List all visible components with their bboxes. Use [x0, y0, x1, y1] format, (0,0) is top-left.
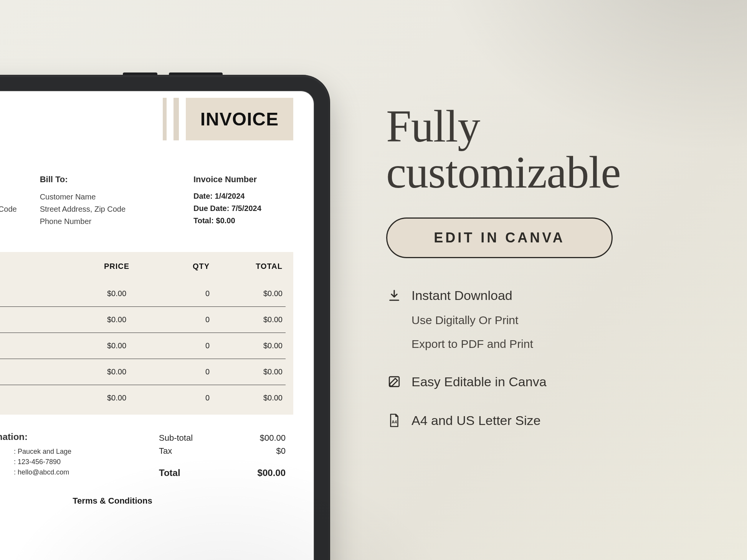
brand: EM IPSUM: [0, 98, 1, 135]
payment-key: Name: [0, 448, 7, 456]
billto-heading: Bill To:: [40, 173, 126, 186]
tablet-button: [169, 72, 223, 75]
billto-line: Phone Number: [40, 215, 126, 227]
invoice-number-heading: Invoice Number: [193, 173, 293, 186]
payment-heading: ment Information:: [0, 432, 147, 442]
payment-info: ment Information: Name : Paucek and Lage…: [0, 432, 147, 480]
edit-icon: [386, 375, 402, 388]
tablet-device: EM IPSUM INVOICE rom: pany Name t Addres…: [0, 75, 330, 560]
cell-product: uct Name: [0, 359, 82, 385]
cell-qty: 0: [151, 307, 213, 333]
cell-total: $0.00: [213, 281, 286, 307]
cell-price: $0.00: [82, 281, 151, 307]
subtotal-line: Sub-total $00.00: [159, 432, 286, 445]
from-line: pany Name: [0, 191, 17, 203]
headline: Fully customizable: [386, 104, 701, 196]
table-row: uct Name$0.000$0.00: [0, 385, 286, 411]
grand-total-value: $00.00: [258, 468, 286, 478]
cell-total: $0.00: [213, 359, 286, 385]
table-row: uct Name$0.000$0.00: [0, 333, 286, 359]
table-row: uct Name$0.000$0.00: [0, 281, 286, 307]
payment-key: unt Number: [0, 458, 7, 466]
table-row: uct Name$0.000$0.00: [0, 359, 286, 385]
col-product: UCT: [0, 262, 82, 281]
payment-key: [0, 468, 7, 476]
payment-row: : hello@abcd.com: [0, 468, 147, 476]
grand-total-label: Total: [159, 468, 180, 478]
svg-rect-0: [389, 377, 399, 387]
title-box: INVOICE: [186, 98, 293, 140]
tax-value: $0: [276, 446, 286, 456]
feature-list: Instant Download Use Digitally Or Print …: [386, 288, 701, 428]
feature-label: Easy Editable in Canva: [412, 374, 547, 389]
col-price: PRICE: [82, 262, 151, 281]
invoice-due-date: Due Date: 7/5/2024: [193, 202, 293, 214]
from-line: e Number: [0, 215, 17, 227]
from-line: t Address, Zip Code: [0, 203, 17, 215]
feature-label: Export to PDF and Print: [412, 338, 533, 351]
cell-price: $0.00: [82, 333, 151, 359]
cell-total: $0.00: [213, 333, 286, 359]
document-title: INVOICE: [200, 109, 279, 130]
table-row: uct Name$0.000$0.00: [0, 307, 286, 333]
payment-value: : Paucek and Lage: [14, 448, 71, 456]
grand-total-line: Total $00.00: [159, 466, 286, 480]
billto-line: Street Address, Zip Code: [40, 203, 126, 215]
payment-value: : hello@abcd.com: [14, 468, 69, 476]
tax-line: Tax $0: [159, 445, 286, 458]
tax-label: Tax: [159, 446, 172, 456]
cell-price: $0.00: [82, 307, 151, 333]
invoice-date: Date: 1/4/2024: [193, 190, 293, 202]
from-heading: rom:: [0, 173, 17, 186]
cell-product: uct Name: [0, 333, 82, 359]
cell-product: uct Name: [0, 307, 82, 333]
svg-text:A4: A4: [392, 420, 397, 424]
totals-block: Sub-total $00.00 Tax $0 Total $00.00: [159, 432, 286, 480]
invoice-document: EM IPSUM INVOICE rom: pany Name t Addres…: [0, 91, 314, 560]
cell-qty: 0: [151, 385, 213, 411]
tablet-screen: EM IPSUM INVOICE rom: pany Name t Addres…: [0, 91, 314, 560]
cell-qty: 0: [151, 359, 213, 385]
accent-stripe: [163, 98, 167, 140]
subtotal-value: $00.00: [260, 433, 286, 443]
cell-product: uct Name: [0, 385, 82, 411]
headline-line-1: Fully: [386, 101, 480, 152]
col-qty: QTY: [151, 262, 213, 281]
billto-block: Bill To: Customer Name Street Address, Z…: [40, 173, 126, 227]
feature-paper-size: A4 A4 and US Letter Size: [386, 413, 701, 428]
terms-heading: Terms & Conditions: [0, 496, 293, 506]
feature-label: A4 and US Letter Size: [412, 413, 540, 428]
cell-qty: 0: [151, 333, 213, 359]
title-wrap: INVOICE: [163, 98, 293, 140]
cell-qty: 0: [151, 281, 213, 307]
billto-line: Customer Name: [40, 191, 126, 203]
edit-in-canva-button[interactable]: EDIT IN CANVA: [386, 217, 613, 258]
invoice-meta-block: Invoice Number Date: 1/4/2024 Due Date: …: [193, 173, 293, 227]
cell-price: $0.00: [82, 385, 151, 411]
tablet-button: [123, 72, 157, 75]
payment-row: Name : Paucek and Lage: [0, 448, 147, 456]
feature-label: Instant Download: [412, 288, 512, 303]
cell-total: $0.00: [213, 307, 286, 333]
cta-label: EDIT IN CANVA: [434, 230, 565, 246]
col-total: TOTAL: [213, 262, 286, 281]
accent-stripe: [174, 98, 179, 140]
feature-label: Use Digitally Or Print: [412, 314, 518, 327]
cell-price: $0.00: [82, 359, 151, 385]
feature-sub-digital-print: Use Digitally Or Print: [386, 314, 701, 327]
brand-name: EM IPSUM: [0, 124, 1, 135]
feature-instant-download: Instant Download: [386, 288, 701, 303]
feature-editable-canva: Easy Editable in Canva: [386, 374, 701, 389]
cell-product: uct Name: [0, 281, 82, 307]
line-items-table: UCT PRICE QTY TOTAL uct Name$0.000$0.00u…: [0, 252, 293, 415]
payment-value: : 123-456-7890: [14, 458, 61, 466]
download-icon: [386, 289, 402, 302]
cell-total: $0.00: [213, 385, 286, 411]
headline-line-2: customizable: [386, 147, 621, 198]
page-a4-icon: A4: [386, 413, 402, 428]
feature-sub-export-pdf: Export to PDF and Print: [386, 338, 701, 351]
subtotal-label: Sub-total: [159, 433, 193, 443]
from-block: rom: pany Name t Address, Zip Code e Num…: [0, 173, 17, 227]
invoice-meta-total: Total: $0.00: [193, 214, 293, 227]
payment-row: unt Number : 123-456-7890: [0, 458, 147, 466]
